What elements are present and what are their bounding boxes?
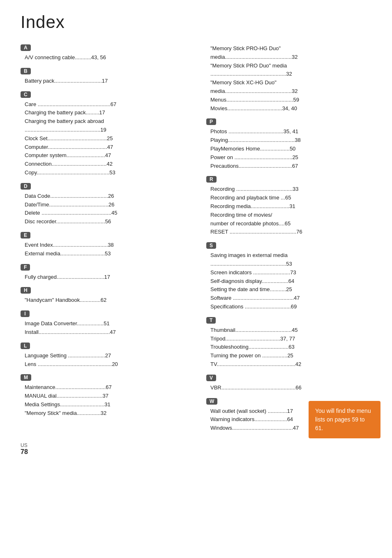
list-item: "Memory Stick XC-HG Duo": [210, 79, 376, 87]
list-item: Fully charged...........................…: [25, 273, 190, 282]
section-p: PPhotos ................................…: [206, 118, 376, 170]
list-item: Software ...............................…: [210, 294, 376, 303]
list-item: Screen indicators ......................…: [210, 269, 376, 277]
list-item: Saving images in external media: [210, 251, 376, 260]
section-a: AA/V connecting cable...........43, 56: [21, 44, 190, 62]
list-item: Setting the date and time...........25: [210, 285, 376, 294]
page: Index AA/V connecting cable...........43…: [0, 0, 392, 463]
section-badge: R: [206, 176, 217, 183]
section-badge: C: [21, 91, 31, 98]
section-badge: H: [21, 287, 31, 294]
section-badge: T: [206, 317, 216, 324]
list-item: Battery pack............................…: [25, 77, 190, 86]
list-item: Troubleshooting.........................…: [210, 343, 376, 352]
section-h: H"Handycam" Handbook..............62: [21, 287, 190, 305]
list-item: Self-diagnosis display..................…: [210, 277, 376, 286]
list-item: ........................................…: [25, 126, 190, 134]
page-number: 78: [21, 448, 28, 455]
section-badge: S: [206, 242, 216, 249]
list-item: Tripod..................................…: [210, 335, 376, 343]
list-item: Specifications .........................…: [210, 303, 376, 311]
list-item: Event Index.............................…: [25, 241, 190, 250]
list-item: media...................................…: [210, 87, 376, 96]
section-s: SSaving images in external media........…: [206, 242, 376, 311]
list-item: "Memory Stick" media................32: [25, 409, 190, 418]
list-item: number of recordable photos....65: [210, 220, 376, 228]
list-item: Movies..................................…: [210, 104, 376, 113]
list-item: Language Setting .......................…: [25, 352, 190, 360]
footer-region: US: [21, 442, 28, 448]
section-badge: E: [21, 232, 30, 238]
list-item: Clock Set...............................…: [25, 134, 190, 143]
list-item: Computer................................…: [25, 143, 190, 152]
list-item: Charging the battery pack abroad: [25, 117, 190, 126]
list-item: Recording media.........................…: [210, 202, 376, 211]
list-item: Disc recorder...........................…: [25, 218, 190, 226]
note-box: You will find the menu lists on pages 59…: [309, 401, 380, 438]
list-item: VBR.....................................…: [210, 384, 376, 392]
index-columns: AA/V connecting cable...........43, 56BB…: [21, 44, 376, 438]
list-item: Power on ...............................…: [210, 153, 376, 162]
list-item: External media..........................…: [25, 250, 190, 258]
list-item: Care ...................................…: [25, 100, 190, 109]
list-item: A/V connecting cable...........43, 56: [25, 53, 190, 62]
section-m: MMaintenance............................…: [21, 374, 190, 417]
left-column: AA/V connecting cable...........43, 56BB…: [21, 44, 190, 438]
list-item: Charging the battery pack.........17: [25, 109, 190, 117]
list-item: "Memory Stick PRO-HG Duo": [210, 44, 376, 53]
section-f: FFully charged..........................…: [21, 264, 190, 282]
footer: US 78: [21, 442, 28, 456]
list-item: TV......................................…: [210, 360, 376, 369]
section-badge: V: [206, 375, 216, 381]
list-item: ........................................…: [210, 70, 376, 79]
list-item: Recording ..............................…: [210, 185, 376, 194]
list-item: Data Code...............................…: [25, 192, 190, 201]
list-item: MANUAL dial.............................…: [25, 392, 190, 401]
list-item: Recording time of movies/: [210, 211, 376, 220]
section-badge: F: [21, 264, 30, 271]
section-badge: I: [21, 310, 30, 317]
list-item: Date/Time...............................…: [25, 201, 190, 209]
section-c: CCare ..................................…: [21, 91, 190, 177]
list-item: Recording and playback time ...65: [210, 194, 376, 202]
section-badge: W: [206, 398, 217, 405]
list-item: Turning the power on .................25: [210, 352, 376, 360]
page-title: Index: [21, 12, 376, 32]
list-item: Maintenance.............................…: [25, 383, 190, 392]
list-item: Media Settings..........................…: [25, 401, 190, 409]
section-badge: B: [21, 68, 31, 74]
section-t: TThumbnail..............................…: [206, 317, 376, 369]
section-i: IImage Data Converter..................5…: [21, 310, 190, 337]
list-item: Image Data Converter..................51: [25, 320, 190, 328]
list-item: Thumbnail...............................…: [210, 326, 376, 335]
list-item: Delete .................................…: [25, 209, 190, 218]
list-item: Copy....................................…: [25, 169, 190, 177]
section-l: LLanguage Setting ......................…: [21, 343, 190, 369]
list-item: PlayMemories Home....................50: [210, 145, 376, 153]
list-item: Computer system.........................…: [25, 151, 190, 160]
section-badge: A: [21, 44, 31, 51]
list-item: RESET ..................................…: [210, 228, 376, 236]
list-item: Playing.................................…: [210, 136, 376, 145]
section-badge: L: [21, 343, 30, 349]
list-item: Install.................................…: [25, 328, 190, 337]
section-badge: D: [21, 183, 31, 190]
section-badge: P: [206, 118, 216, 125]
right-column: "Memory Stick PRO-HG Duo"media..........…: [206, 44, 376, 438]
list-item: ........................................…: [210, 260, 376, 269]
list-item: Photos .................................…: [210, 127, 376, 136]
list-item: Connection..............................…: [25, 160, 190, 169]
section-r: RRecording .............................…: [206, 176, 376, 236]
section-v: VVBR....................................…: [206, 375, 376, 392]
list-item: "Memory Stick PRO Duo" media: [210, 62, 376, 70]
section-e: EEvent Index............................…: [21, 232, 190, 258]
list-item: media...................................…: [210, 53, 376, 62]
section-d: DData Code..............................…: [21, 183, 190, 226]
section-badge: M: [21, 374, 31, 381]
list-item: "Handycam" Handbook..............62: [25, 296, 190, 305]
list-item: Menus...................................…: [210, 96, 376, 104]
list-item: Lens ...................................…: [25, 360, 190, 369]
section-cont: "Memory Stick PRO-HG Duo"media..........…: [206, 44, 376, 113]
list-item: Precautions.............................…: [210, 162, 376, 171]
section-b: BBattery pack...........................…: [21, 68, 190, 86]
